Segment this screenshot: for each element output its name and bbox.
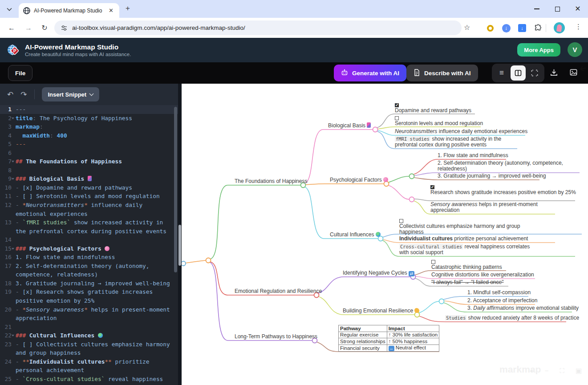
tab-search-chevron-icon[interactable] [4, 4, 14, 14]
code-line-1: 1--- [0, 105, 178, 114]
map-node-catastrophic-thinking[interactable]: Catastrophic thinking patterns [431, 260, 502, 270]
export-image-icon[interactable] [569, 68, 578, 78]
insert-snippet-button[interactable]: Insert Snippet [42, 87, 100, 101]
code-line-24: 24- **Individualist cultures** prioritiz… [0, 357, 178, 375]
map-node-self-determination[interactable]: 2. Self-determination theory (autonomy, … [438, 160, 576, 172]
tab-close-icon[interactable]: ✕ [107, 7, 115, 14]
document-icon [414, 69, 420, 77]
new-tab-button[interactable]: + [126, 4, 130, 13]
describe-with-ai-button[interactable]: Describe with AI [406, 65, 478, 81]
browser-tab[interactable]: AI-Powered Markmap Studio ✕ [19, 3, 119, 18]
app-logo: P [6, 43, 20, 57]
code-line-22: 22### Cultural Influences [0, 331, 178, 340]
app-subtitle: Create beautiful mind maps with AI assis… [25, 52, 131, 57]
code-line-25: 25- `Cross-cultural studies` reveal happ… [0, 375, 178, 384]
map-branch-psychological-factors[interactable]: Psychological Factors [330, 177, 388, 183]
map-node-gratitude-journaling[interactable]: 3. Gratitude journaling → improved well-… [438, 173, 546, 179]
extension-ring-icon[interactable] [485, 23, 495, 33]
unchecked-checkbox[interactable] [399, 219, 403, 223]
panel-divider[interactable] [178, 84, 182, 385]
split-view-button[interactable] [511, 65, 526, 81]
markdown-editor-panel[interactable]: ↶ ↷ Insert Snippet 1---2title: The Psych… [0, 84, 178, 385]
unchecked-checkbox[interactable] [431, 260, 435, 264]
profile-avatar[interactable] [554, 22, 565, 33]
map-node-sensory-awareness[interactable]: Sensory awareness helps in present-momen… [430, 202, 547, 213]
table-header-impact: Impact [387, 325, 439, 332]
map-node-always-fail[interactable]: "I always fail" → "I failed once" [431, 280, 503, 285]
app-toolbar: File Generate with AI Describe with AI ≡ [0, 62, 588, 84]
code-line-14: 14 [0, 235, 178, 244]
window-maximize-button[interactable] [547, 0, 568, 18]
map-branch-identifying-negative-cycles[interactable]: Identifying Negative Cycles ⇄ [343, 270, 414, 276]
map-node-individualist-cultures[interactable]: Individualist cultures prioritize person… [399, 236, 528, 242]
window-close-button[interactable]: ✕ [568, 0, 588, 18]
fullscreen-view-button[interactable] [527, 65, 542, 81]
app-header: P AI-Powered Markmap Studio Create beaut… [0, 38, 588, 62]
code-editor[interactable]: 1---2title: The Psychology of Happiness3… [0, 105, 178, 385]
more-apps-button[interactable]: More Apps [517, 43, 560, 57]
extension-download-circle-icon[interactable]: ↓ [501, 23, 511, 33]
frame-icon[interactable]: ▣ [576, 367, 582, 375]
map-node-fmri-studies[interactable]: fMRI studies show increased activity in … [395, 136, 520, 148]
zoom-out-icon[interactable]: − [545, 367, 549, 375]
bookmark-star-icon[interactable]: ☆ [464, 23, 470, 32]
chevron-down-icon [89, 91, 94, 96]
extensions-puzzle-icon[interactable] [533, 23, 543, 33]
code-line-21: 21 [0, 323, 178, 332]
map-node-research-gratitude[interactable]: Research shows gratitude increases posit… [430, 185, 577, 195]
back-button[interactable]: ← [6, 23, 17, 33]
window-minimize-button[interactable] [527, 0, 547, 18]
editor-scrollbar[interactable] [174, 107, 177, 272]
map-node-cognitive-distortions[interactable]: Cognitive distortions like overgeneraliz… [431, 272, 534, 278]
forward-button[interactable]: → [23, 23, 34, 33]
map-node-cross-cultural-studies[interactable]: Cross-cultural studies reveal happiness … [399, 244, 538, 255]
code-line-6: 6 [0, 149, 178, 158]
zoom-in-icon[interactable]: + [530, 367, 534, 375]
url-bar[interactable]: ai-toolbox.visual-paradigm.com/app/ai-po… [54, 20, 462, 35]
dna-icon [367, 122, 371, 128]
fit-view-icon[interactable]: ⛶ [560, 367, 565, 375]
map-node-acceptance-imperfection[interactable]: 2. Acceptance of imperfection [467, 298, 537, 304]
redo-icon[interactable]: ↷ [20, 90, 27, 99]
checked-checkbox[interactable] [430, 185, 434, 189]
map-branch-emotional-regulation-and-resilience[interactable]: Emotional Regulation and Resilience [235, 288, 322, 294]
map-node-flow-state[interactable]: 1. Flow state and mindfulness [438, 153, 508, 158]
map-node-daily-affirmations[interactable]: 3. Daily affirmations improve emotional … [467, 305, 579, 311]
browser-menu-kebab-icon[interactable]: ⋮ [575, 23, 582, 31]
map-branch-the-foundations-of-happiness[interactable]: The Foundations of Happiness [235, 178, 307, 184]
divider-scroll-thumb[interactable] [178, 225, 181, 266]
checked-checkbox[interactable] [395, 103, 399, 107]
map-branch-biological-basis[interactable]: Biological Basis [328, 122, 371, 129]
unchecked-checkbox[interactable] [395, 116, 399, 120]
globe-icon [376, 232, 381, 237]
map-node-mindful-self-compassion[interactable]: 1. Mindful self-compassion [467, 290, 531, 296]
map-branch-long-term-pathways-to-happiness[interactable]: Long-Term Pathways to Happiness [235, 333, 317, 340]
map-node-collectivist-cultures[interactable]: Collectivist cultures emphasize harmony … [399, 219, 534, 235]
download-icon[interactable] [550, 68, 558, 78]
user-avatar[interactable]: V [568, 42, 582, 57]
map-branch-building-emotional-resilience[interactable]: Building Emotional Resilience [343, 308, 419, 314]
code-line-23: 23- [ ] Collectivist cultures emphasize … [0, 340, 178, 357]
psych-bullet-list-circle [410, 197, 414, 202]
reload-button[interactable]: ↻ [39, 23, 50, 33]
browser-tab-strip: AI-Powered Markmap Studio ✕ + ✕ [0, 0, 588, 18]
mindmap-canvas[interactable]: The Foundations of HappinessBiological B… [182, 84, 588, 385]
dna-icon [88, 176, 92, 181]
table-header-pathway: Pathway [339, 325, 387, 332]
extension-download-square-icon[interactable]: ↓ [517, 23, 527, 33]
map-branch-cultural-influences[interactable]: Cultural Influences [330, 231, 381, 238]
code-line-15: 15### Psychological Factors [0, 244, 178, 253]
file-menu-button[interactable]: File [8, 65, 32, 81]
generate-with-ai-button[interactable]: Generate with AI [334, 65, 406, 81]
code-line-16: 161. Flow state and mindfulness [0, 253, 178, 262]
editor-only-view-button[interactable]: ≡ [494, 65, 509, 81]
map-node-neurotransmitters[interactable]: Neurotransmitters influence daily emotio… [395, 129, 527, 134]
code-line-4: 4 maxWidth: 400 [0, 131, 178, 140]
robot-icon [341, 69, 348, 77]
map-node-dopamine[interactable]: Dopamine and reward pathways [395, 103, 471, 113]
map-node-serotonin[interactable]: Serotonin levels and mood regulation [395, 116, 483, 126]
site-settings-tune-icon[interactable] [61, 24, 68, 32]
undo-icon[interactable]: ↶ [7, 90, 13, 99]
map-node-studies-anxiety[interactable]: Studies show reduced anxiety after 8 wee… [445, 315, 579, 321]
code-line-9: 9### Biological Basis [0, 174, 178, 183]
